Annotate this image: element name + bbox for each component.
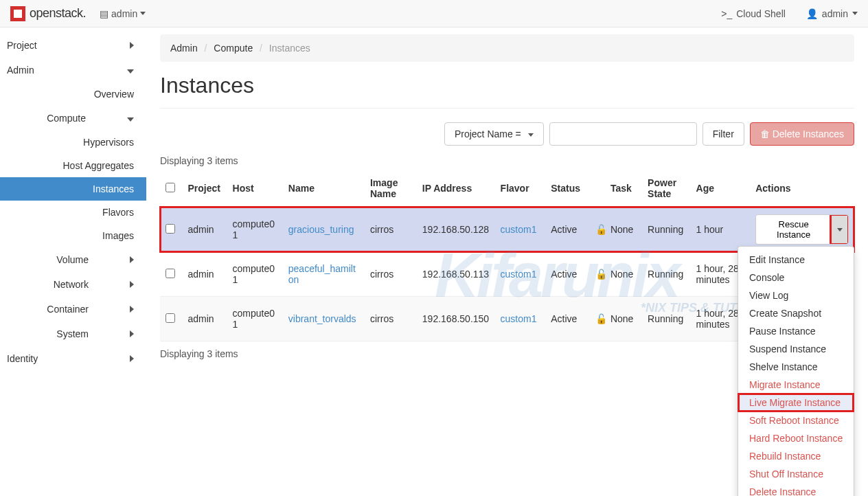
cell-status: Active bbox=[545, 297, 590, 341]
instance-name-link[interactable]: gracious_turing bbox=[288, 224, 354, 235]
sidebar-item-instances[interactable]: Instances bbox=[0, 177, 146, 201]
rescue-instance-button[interactable]: Rescue Instance bbox=[756, 215, 831, 244]
filter-input[interactable] bbox=[549, 122, 697, 146]
user-icon: 👤 bbox=[806, 8, 818, 19]
filter-button[interactable]: Filter bbox=[703, 122, 744, 146]
topbar: openstack. ▤ admin >_ Cloud Shell 👤 admi… bbox=[0, 0, 868, 27]
instance-name-link[interactable]: vibrant_torvalds bbox=[288, 313, 356, 324]
trash-icon: 🗑 bbox=[760, 128, 770, 139]
breadcrumb-admin[interactable]: Admin bbox=[170, 43, 198, 54]
sidebar-item-volume[interactable]: Volume bbox=[0, 247, 146, 272]
row-checkbox[interactable] bbox=[165, 224, 175, 234]
menu-suspend-instance[interactable]: Suspend Instance bbox=[738, 340, 854, 358]
table-row: admin compute01 gracious_turing cirros 1… bbox=[160, 207, 854, 252]
cell-task: None bbox=[605, 297, 642, 341]
cell-task: None bbox=[605, 207, 642, 252]
sidebar-item-flavors[interactable]: Flavors bbox=[0, 201, 134, 224]
th-ip: IP Address bbox=[417, 170, 495, 207]
page-title: Instances bbox=[160, 73, 854, 98]
chevron-right-icon bbox=[130, 41, 134, 51]
th-host: Host bbox=[227, 170, 283, 207]
menu-pause-instance[interactable]: Pause Instance bbox=[738, 322, 854, 340]
sidebar-label-container: Container bbox=[47, 304, 89, 315]
sidebar-label-volume: Volume bbox=[56, 254, 89, 265]
cell-project: admin bbox=[183, 207, 227, 252]
cell-ip: 192.168.50.128 bbox=[417, 207, 495, 252]
menu-migrate-instance[interactable]: Migrate Instance bbox=[738, 376, 854, 377]
domain-icon: ▤ bbox=[100, 8, 108, 19]
displaying-count-top: Displaying 3 items bbox=[160, 155, 854, 166]
cell-image: cirros bbox=[365, 252, 417, 297]
sidebar-item-images[interactable]: Images bbox=[0, 224, 134, 247]
sidebar-item-host-aggregates[interactable]: Host Aggregates bbox=[0, 154, 134, 177]
row-checkbox[interactable] bbox=[165, 313, 175, 323]
menu-shelve-instance[interactable]: Shelve Instance bbox=[738, 358, 854, 376]
sidebar-label-identity: Identity bbox=[7, 353, 38, 364]
breadcrumb-sep: / bbox=[201, 43, 212, 54]
flavor-link[interactable]: custom1 bbox=[501, 269, 537, 280]
cell-power: Running bbox=[642, 207, 690, 252]
cell-host: compute01 bbox=[227, 297, 283, 341]
th-task: Task bbox=[605, 170, 642, 207]
th-image: Image Name bbox=[365, 170, 417, 207]
sidebar-label-admin: Admin bbox=[7, 65, 34, 76]
select-all-checkbox[interactable] bbox=[165, 183, 175, 192]
sidebar-item-container[interactable]: Container bbox=[0, 297, 146, 322]
sidebar-item-overview[interactable]: Overview bbox=[0, 82, 134, 106]
flavor-link[interactable]: custom1 bbox=[501, 313, 537, 324]
user-menu[interactable]: 👤 admin bbox=[806, 8, 858, 19]
actions-button-group: Rescue Instance bbox=[755, 214, 849, 245]
sidebar-item-system[interactable]: System bbox=[0, 322, 146, 346]
openstack-icon bbox=[10, 6, 25, 21]
menu-console[interactable]: Console bbox=[738, 269, 854, 286]
delete-instances-label: Delete Instances bbox=[773, 128, 844, 139]
breadcrumb-sep: / bbox=[255, 43, 266, 54]
menu-edit-instance[interactable]: Edit Instance bbox=[738, 251, 854, 269]
brand-logo[interactable]: openstack. bbox=[10, 6, 86, 21]
actions-dropdown-menu: Edit Instance Console View Log Create Sn… bbox=[738, 246, 854, 377]
menu-view-log[interactable]: View Log bbox=[738, 286, 854, 304]
caret-down-icon bbox=[140, 12, 146, 15]
cell-power: Running bbox=[642, 297, 690, 341]
cell-age: 1 hour bbox=[691, 207, 751, 252]
cloud-shell-button[interactable]: >_ Cloud Shell bbox=[721, 8, 786, 19]
instance-name-link[interactable]: peaceful_hamilton bbox=[288, 263, 356, 285]
sidebar-label-compute: Compute bbox=[47, 113, 86, 124]
menu-create-snapshot[interactable]: Create Snapshot bbox=[738, 304, 854, 322]
sidebar-item-network[interactable]: Network bbox=[0, 272, 146, 297]
cell-image: cirros bbox=[365, 207, 417, 252]
domain-label: admin bbox=[111, 8, 137, 19]
filter-field-dropdown[interactable]: Project Name = bbox=[444, 122, 544, 146]
unlock-icon: 🔓 bbox=[595, 313, 607, 324]
breadcrumb-compute[interactable]: Compute bbox=[214, 43, 253, 54]
th-project: Project bbox=[183, 170, 227, 207]
sidebar-item-project[interactable]: Project bbox=[0, 33, 146, 58]
chevron-down-icon bbox=[127, 113, 134, 124]
unlock-icon: 🔓 bbox=[595, 224, 607, 235]
domain-selector[interactable]: ▤ admin bbox=[100, 8, 146, 19]
th-flavor: Flavor bbox=[495, 170, 546, 207]
th-actions: Actions bbox=[750, 170, 854, 207]
cloud-shell-label: Cloud Shell bbox=[736, 8, 786, 19]
filter-field-label: Project Name = bbox=[455, 128, 521, 139]
cell-status: Active bbox=[545, 207, 590, 252]
breadcrumb: Admin / Compute / Instances bbox=[160, 34, 854, 62]
sidebar-label-network: Network bbox=[54, 279, 89, 290]
th-power: Power State bbox=[642, 170, 690, 207]
caret-down-icon bbox=[528, 133, 534, 137]
actions-dropdown-toggle[interactable] bbox=[831, 215, 848, 244]
cell-host: compute01 bbox=[227, 207, 283, 252]
sidebar-item-hypervisors[interactable]: Hypervisors bbox=[0, 131, 134, 154]
sidebar-item-identity[interactable]: Identity bbox=[0, 346, 146, 371]
brand-text: openstack. bbox=[30, 6, 86, 21]
sidebar-label-project: Project bbox=[7, 40, 37, 51]
chevron-right-icon bbox=[130, 255, 134, 265]
sidebar-item-admin[interactable]: Admin bbox=[0, 58, 146, 82]
cell-status: Active bbox=[545, 252, 590, 297]
delete-instances-button[interactable]: 🗑 Delete Instances bbox=[750, 122, 854, 146]
sidebar-item-compute[interactable]: Compute bbox=[0, 106, 146, 131]
sidebar-label-system: System bbox=[56, 328, 89, 339]
chevron-right-icon bbox=[130, 304, 134, 315]
row-checkbox[interactable] bbox=[165, 269, 175, 278]
flavor-link[interactable]: custom1 bbox=[501, 224, 537, 235]
